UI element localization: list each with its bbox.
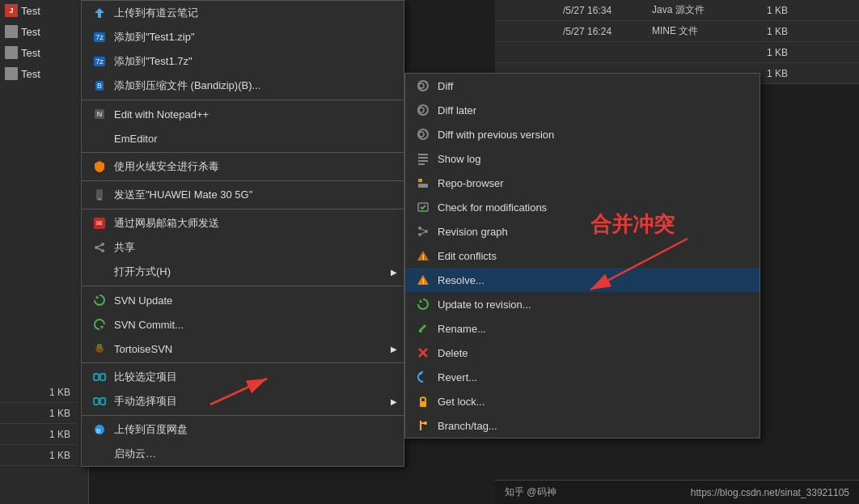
size-badge: 1 KB [0, 403, 77, 424]
menu-item-diff-later[interactable]: Diff later [405, 98, 760, 122]
svg-rect-28 [418, 154, 428, 155]
menu-item-show-log[interactable]: Show log [405, 146, 760, 171]
svg-line-39 [420, 228, 426, 231]
svg-rect-2 [98, 198, 101, 200]
size-badge: 1 KB [0, 445, 77, 466]
file-size: 1 KB [746, 47, 794, 58]
menu-item-compare[interactable]: 比较选定项目 [82, 365, 404, 389]
file-item[interactable]: Test [0, 21, 88, 42]
svg-rect-15 [94, 398, 99, 404]
blank-file-icon [5, 46, 18, 59]
menu-item-svn-commit[interactable]: SVN Commit... [82, 312, 404, 337]
lock-icon [415, 393, 431, 409]
notepad-icon: N [91, 106, 108, 122]
watermark-url: https://blog.csdn.net/sinat_33921105 [691, 487, 849, 498]
auto-upload-icon [91, 446, 108, 462]
menu-item-label: Repo-browser [438, 177, 504, 189]
svg-marker-8 [95, 295, 99, 299]
bandizip-icon: B [91, 78, 108, 94]
menu-item-label: Update to revision... [438, 299, 531, 311]
revert-icon [415, 369, 431, 385]
menu-item-auto-upload[interactable]: 启动云… [82, 442, 404, 466]
menu-separator [82, 180, 404, 181]
menu-separator [82, 209, 404, 210]
menu-item-diff[interactable]: Diff [405, 74, 760, 98]
menu-item-check-mod[interactable]: Check for modifications [405, 195, 760, 219]
menu-item-upload-note[interactable]: 上传到有道云笔记 [82, 1, 404, 25]
file-size: 1 KB [746, 5, 794, 16]
menu-item-label: 通过网易邮箱大师发送 [114, 216, 219, 231]
svg-rect-30 [418, 160, 428, 162]
menu-item-resolve[interactable]: ! Resolve... [405, 268, 760, 292]
menu-item-huawei[interactable]: 发送至"HUAWEI Mate 30 5G" [82, 183, 404, 207]
menu-item-label: 使用火绒安全进行杀毒 [114, 159, 219, 174]
menu-item-label: Revert... [438, 371, 477, 383]
menu-item-rename[interactable]: Rename... [405, 316, 760, 341]
zip-icon: 7z [91, 29, 108, 45]
svg-rect-29 [418, 157, 428, 159]
svg-marker-0 [95, 8, 104, 18]
menu-item-manual-select[interactable]: 手动选择项目 [82, 389, 404, 413]
menu-item-open-with[interactable]: 打开方式(H) [82, 260, 404, 284]
menu-item-bandizip[interactable]: B 添加到压缩文件 (Bandizip)(B)... [82, 74, 404, 98]
menu-item-label: 启动云… [114, 447, 156, 461]
menu-item-update-revision[interactable]: Update to revision... [405, 292, 760, 316]
shield-icon [91, 159, 108, 175]
edit-conflicts-icon: ! [415, 248, 431, 264]
menu-item-label: Revision graph [438, 226, 508, 238]
menu-item-label: 手动选择项目 [114, 394, 177, 409]
menu-item-label: Show log [438, 153, 480, 165]
menu-item-diff-prev[interactable]: Diff with previous version [405, 122, 760, 146]
file-item[interactable]: Test [0, 63, 88, 84]
phone-icon [91, 187, 108, 203]
menu-item-revision-graph[interactable]: Revision graph [405, 219, 760, 244]
menu-item-add-zip[interactable]: 7z 添加到"Test1.zip" [82, 25, 404, 49]
svn-update-icon [91, 292, 108, 308]
file-row: 1 KB [495, 42, 859, 63]
menu-separator [82, 286, 404, 286]
bottom-bar: 知乎 @码神 https://blog.csdn.net/sinat_33921… [495, 480, 859, 504]
size-badge: 1 KB [0, 382, 77, 403]
menu-item-antivirus[interactable]: 使用火绒安全进行杀毒 [82, 155, 404, 179]
menu-item-add-7z[interactable]: 7z 添加到"Test1.7z" [82, 49, 404, 74]
menu-item-baidu[interactable]: B 上传到百度网盘 [82, 417, 404, 442]
svg-line-7 [96, 248, 103, 251]
svg-point-26 [419, 132, 424, 137]
menu-item-label: 上传到百度网盘 [114, 422, 188, 437]
file-type: MINE 文件 [649, 24, 746, 38]
file-item-label: Test [21, 47, 40, 59]
menu-item-repo-browser[interactable]: Repo-browser [405, 171, 760, 195]
menu-item-delete[interactable]: Delete [405, 341, 760, 365]
diff-later-icon [415, 102, 431, 118]
file-date: /5/27 16:34 [560, 5, 649, 16]
tortoise-icon [91, 341, 108, 357]
menu-item-notepad[interactable]: N Edit with Notepad++ [82, 102, 404, 126]
baidu-icon: B [91, 421, 108, 438]
svg-rect-16 [100, 398, 105, 404]
menu-item-svn-update[interactable]: SVN Update [82, 288, 404, 312]
menu-item-label: 添加到"Test1.7z" [114, 54, 193, 69]
menu-item-get-lock[interactable]: Get lock... [405, 389, 760, 413]
menu-item-edit-conflicts[interactable]: ! Edit conflicts [405, 244, 760, 268]
resolve-icon: ! [415, 272, 431, 288]
menu-item-label: Edit with Notepad++ [114, 108, 209, 121]
show-log-icon [415, 150, 431, 167]
java-file-icon: J [5, 4, 18, 17]
menu-item-branch-tag[interactable]: Branch/tag... [405, 413, 760, 438]
menu-item-label: Diff [438, 80, 453, 92]
menu-item-label: Branch/tag... [438, 420, 497, 432]
menu-item-emeditor[interactable]: EmEditor [82, 126, 404, 150]
delete-icon [415, 345, 431, 361]
watermark-text: 知乎 @码神 [505, 485, 556, 499]
menu-item-share[interactable]: 共享 [82, 235, 404, 260]
menu-item-label: 添加到压缩文件 (Bandizip)(B)... [114, 78, 260, 93]
menu-item-label: EmEditor [114, 133, 157, 145]
update-revision-icon [415, 296, 431, 312]
file-type: Java 源文件 [649, 3, 746, 17]
menu-item-tortoise[interactable]: TortoiseSVN [82, 337, 404, 361]
file-item[interactable]: Test [0, 42, 88, 63]
svg-point-12 [98, 345, 101, 348]
menu-item-mail[interactable]: ✉ 通过网易邮箱大师发送 [82, 211, 404, 235]
menu-item-revert[interactable]: Revert... [405, 365, 760, 389]
file-item[interactable]: J Test [0, 0, 88, 21]
